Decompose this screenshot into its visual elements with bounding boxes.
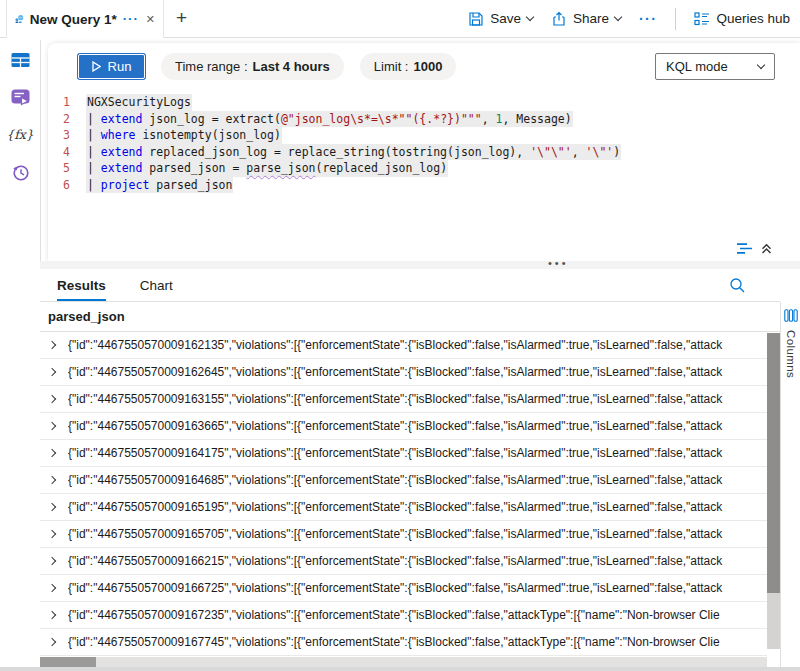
expand-row-chevron-icon[interactable] (48, 638, 56, 646)
table-row[interactable]: {"id":"4467550570009163155","violations"… (40, 386, 767, 413)
code-text[interactable]: NGXSecurityLogs (86, 94, 192, 111)
expand-row-chevron-icon[interactable] (48, 341, 56, 349)
row-json-text: {"id":"4467550570009163155","violations"… (68, 392, 767, 406)
expand-row-chevron-icon[interactable] (48, 584, 56, 592)
code-line[interactable]: 3| where isnotempty(json_log) (48, 127, 800, 144)
results-rows: {"id":"4467550570009162135","violations"… (40, 332, 767, 656)
header-divider (675, 8, 676, 30)
expand-row-chevron-icon[interactable] (48, 503, 56, 511)
tab-bar: New Query 1* ··· ✕ + Save Share ··· (0, 0, 800, 38)
expand-row-chevron-icon[interactable] (48, 557, 56, 565)
expand-row-chevron-icon[interactable] (48, 422, 56, 430)
limit-value: 1000 (413, 59, 442, 74)
row-json-text: {"id":"4467550570009165705","violations"… (68, 527, 767, 541)
share-icon (551, 11, 567, 27)
table-row[interactable]: {"id":"4467550570009166215","violations"… (40, 548, 767, 575)
sidebar-divider (40, 40, 41, 261)
table-row[interactable]: {"id":"4467550570009165705","violations"… (40, 521, 767, 548)
tab-more-button[interactable]: ··· (123, 15, 139, 23)
new-tab-button[interactable]: + (176, 7, 187, 29)
queries-hub-icon (694, 12, 710, 26)
row-json-text: {"id":"4467550570009163665","violations"… (68, 419, 767, 433)
query-toolbar: Run Time range : Last 4 hours Limit : 10… (48, 43, 800, 89)
collapse-editor-icon[interactable] (760, 242, 773, 255)
code-line[interactable]: 6| project parsed_json (48, 177, 800, 194)
code-text[interactable]: | extend replaced_json_log = replace_str… (86, 144, 621, 161)
saved-queries-icon[interactable] (11, 89, 30, 106)
table-row[interactable]: {"id":"4467550570009167745","violations"… (40, 629, 767, 656)
query-tab[interactable]: New Query 1* ··· ✕ (6, 0, 164, 38)
code-text[interactable]: | extend parsed_json = parse_json(replac… (86, 160, 448, 177)
table-row[interactable]: {"id":"4467550570009162135","violations"… (40, 332, 767, 359)
expand-row-chevron-icon[interactable] (48, 368, 56, 376)
row-json-text: {"id":"4467550570009167745","violations"… (68, 635, 767, 649)
tables-icon[interactable] (11, 52, 30, 68)
columns-panel-toggle[interactable]: Columns (780, 302, 800, 671)
more-commands-button[interactable]: ··· (639, 11, 658, 27)
code-text[interactable]: | extend json_log = extract(@"json_log\s… (86, 111, 573, 128)
line-number: 5 (48, 160, 70, 177)
results-pane: Results Chart parsed_json {"id":"4467550… (40, 269, 800, 671)
queries-hub-button[interactable]: Queries hub (694, 11, 790, 26)
tab-title: New Query 1* (30, 12, 117, 27)
row-json-text: {"id":"4467550570009167235","violations"… (68, 608, 767, 622)
horizontal-scrollbar[interactable] (40, 657, 767, 667)
search-icon (729, 277, 746, 294)
table-row[interactable]: {"id":"4467550570009165195","violations"… (40, 494, 767, 521)
app-root: New Query 1* ··· ✕ + Save Share ··· (0, 0, 800, 671)
code-text[interactable]: | project parsed_json (86, 177, 233, 194)
vertical-scrollbar-thumb[interactable] (767, 333, 780, 593)
limit-picker[interactable]: Limit : 1000 (360, 53, 457, 80)
tab-chart[interactable]: Chart (140, 269, 173, 301)
code-line[interactable]: 1NGXSecurityLogs (48, 94, 800, 111)
run-button[interactable]: Run (78, 54, 145, 79)
chevron-down-icon[interactable] (614, 13, 622, 21)
row-json-text: {"id":"4467550570009162645","violations"… (68, 365, 767, 379)
expand-row-chevron-icon[interactable] (48, 611, 56, 619)
time-range-label: Time range : (175, 59, 248, 74)
share-button[interactable]: Share (551, 11, 621, 27)
table-row[interactable]: {"id":"4467550570009163665","violations"… (40, 413, 767, 440)
row-json-text: {"id":"4467550570009164175","violations"… (68, 446, 767, 460)
table-row[interactable]: {"id":"4467550570009166725","violations"… (40, 575, 767, 602)
expand-row-chevron-icon[interactable] (48, 476, 56, 484)
horizontal-scrollbar-thumb[interactable] (40, 657, 96, 667)
query-editor-card: Run Time range : Last 4 hours Limit : 10… (48, 43, 800, 261)
table-row[interactable]: {"id":"4467550570009164685","violations"… (40, 467, 767, 494)
table-row[interactable]: {"id":"4467550570009167235","violations"… (40, 602, 767, 629)
search-results-button[interactable] (729, 277, 746, 294)
kql-mode-select[interactable]: KQL mode (655, 53, 775, 80)
tab-close-icon[interactable]: ✕ (146, 13, 155, 26)
code-line[interactable]: 4| extend replaced_json_log = replace_st… (48, 144, 800, 161)
chevron-down-icon[interactable] (526, 13, 534, 21)
tab-results[interactable]: Results (57, 269, 106, 301)
line-number: 2 (48, 111, 70, 128)
save-icon (468, 11, 484, 27)
queries-hub-label: Queries hub (716, 11, 790, 26)
save-button[interactable]: Save (468, 11, 533, 27)
expand-row-chevron-icon[interactable] (48, 395, 56, 403)
expand-row-chevron-icon[interactable] (48, 449, 56, 457)
pane-splitter[interactable]: ••• (40, 261, 800, 269)
line-number: 4 (48, 144, 70, 161)
column-header-parsed-json[interactable]: parsed_json (40, 302, 780, 332)
row-json-text: {"id":"4467550570009165195","violations"… (68, 500, 767, 514)
splitter-grip-icon[interactable]: ••• (548, 257, 569, 269)
code-line[interactable]: 2| extend json_log = extract(@"json_log\… (48, 111, 800, 128)
expand-row-chevron-icon[interactable] (48, 530, 56, 538)
table-row[interactable]: {"id":"4467550570009162645","violations"… (40, 359, 767, 386)
run-label: Run (108, 59, 132, 74)
kql-mode-value: KQL mode (666, 59, 728, 74)
query-history-icon[interactable] (11, 163, 30, 182)
functions-icon[interactable]: {fx} (6, 127, 34, 142)
save-label: Save (490, 11, 521, 26)
query-editor[interactable]: 1NGXSecurityLogs2| extend json_log = ext… (48, 94, 800, 193)
vertical-scrollbar[interactable] (767, 333, 780, 649)
line-number: 1 (48, 94, 70, 111)
code-line[interactable]: 5| extend parsed_json = parse_json(repla… (48, 160, 800, 177)
code-text[interactable]: | where isnotempty(json_log) (86, 127, 282, 144)
format-lines-icon[interactable] (736, 242, 753, 255)
row-json-text: {"id":"4467550570009162135","violations"… (68, 338, 767, 352)
time-range-picker[interactable]: Time range : Last 4 hours (161, 53, 344, 80)
table-row[interactable]: {"id":"4467550570009164175","violations"… (40, 440, 767, 467)
